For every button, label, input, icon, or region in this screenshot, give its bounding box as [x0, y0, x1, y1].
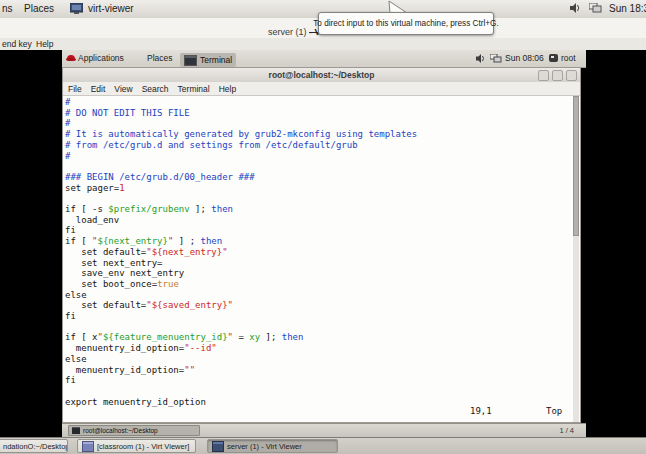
code-line: set default="${saved_entry}"	[65, 300, 417, 311]
code-line: # It is automatically generated by grub2…	[65, 129, 417, 140]
terminal-title: root@localhost:~/Desktop	[269, 70, 375, 80]
code-line: ### BEGIN /etc/grub.d/00_header ###	[65, 172, 417, 183]
close-button[interactable]	[566, 70, 577, 81]
menu-help[interactable]: Help	[36, 39, 53, 49]
code-line: # from /etc/grub.d and settings from /et…	[65, 140, 417, 151]
terminal-window-buttons	[538, 70, 577, 81]
terminal-text-area[interactable]: ## DO NOT EDIT THIS FILE## It is automat…	[63, 96, 580, 422]
guest-user-menu[interactable]: root	[561, 53, 576, 63]
menu-help[interactable]: Help	[219, 84, 236, 94]
menu-view[interactable]: View	[114, 84, 132, 94]
taskbar-label: [classroom (1) - Virt Viewer]	[97, 442, 189, 451]
terminal-menubar: File Edit View Search Terminal Help	[63, 82, 580, 96]
code-line: else	[65, 290, 417, 301]
host-taskbar: ndationO:~/Desktop [classroom (1) - Virt…	[0, 437, 646, 454]
code-line	[65, 322, 417, 333]
vim-position: Top	[546, 406, 562, 416]
code-line: set default="${next_entry}"	[65, 247, 417, 258]
vim-ruler: 19,1	[470, 406, 492, 416]
host-menu-places[interactable]: Places	[24, 3, 54, 14]
terminal-icon	[184, 55, 197, 66]
screen: ns Places virt-viewer Sun 18:35 server (…	[0, 0, 646, 454]
code-line	[65, 386, 417, 397]
speaker-icon[interactable]	[570, 3, 581, 13]
code-line: if [ -s $prefix/grubenv ]; then	[65, 204, 417, 215]
window-title-text: server (1)	[268, 27, 309, 37]
menu-search[interactable]: Search	[142, 84, 169, 94]
code-line: menuentry_id_option=""	[65, 365, 417, 376]
tooltip-text: To direct input to this virtual machine,…	[313, 19, 498, 28]
menu-terminal[interactable]: Terminal	[178, 84, 210, 94]
guest-screen: Applications Places Terminal Sun 08:06 r…	[62, 50, 586, 437]
taskbar-button-desktop[interactable]: ndationO:~/Desktop	[0, 439, 68, 453]
code-line: # DO NOT EDIT THIS FILE	[65, 108, 417, 119]
code-line: menuentry_id_option="--id"	[65, 343, 417, 354]
taskbar-button-server[interactable]: server (1) - Virt Viewer	[207, 439, 338, 453]
displays-icon[interactable]	[589, 3, 602, 13]
virt-viewer-icon	[82, 441, 94, 452]
code-line	[65, 193, 417, 204]
terminal-window: root@localhost:~/Desktop File Edit View …	[62, 67, 581, 423]
virt-viewer-icon	[70, 3, 83, 14]
guest-displays-icon[interactable]	[490, 54, 502, 63]
code-line: #	[65, 97, 417, 108]
guest-clock[interactable]: Sun 08:06	[505, 53, 544, 63]
guest-task-label: Terminal	[200, 55, 232, 65]
code-line: set next_entry=	[65, 258, 417, 269]
guest-speaker-icon[interactable]	[476, 54, 486, 63]
terminal-text: ## DO NOT EDIT THIS FILE## It is automat…	[65, 97, 417, 407]
minimize-button[interactable]	[538, 70, 549, 81]
guest-window-list-terminal[interactable]: Terminal	[180, 53, 236, 67]
maximize-button[interactable]	[552, 70, 563, 81]
menu-edit[interactable]: Edit	[91, 84, 106, 94]
virt-viewer-icon	[212, 441, 224, 452]
code-line: fi	[65, 225, 417, 236]
user-icon	[549, 54, 558, 63]
scrollbar-thumb[interactable]	[573, 96, 579, 236]
terminal-icon	[72, 427, 80, 434]
host-menu-applications[interactable]: ns	[2, 3, 13, 14]
code-line: load_env	[65, 215, 417, 226]
code-line: if [ "${next_entry}" ] ; then	[65, 236, 417, 247]
guest-taskbar: root@localhost:~/Desktop 1 / 4	[62, 423, 586, 437]
menu-file[interactable]: File	[68, 84, 82, 94]
guest-taskbar-terminal-button[interactable]: root@localhost:~/Desktop	[68, 425, 200, 436]
code-line: if [ x"${feature_menuentry_id}" = xy ]; …	[65, 332, 417, 343]
terminal-scrollbar[interactable]	[573, 96, 579, 422]
taskbar-label: ndationO:~/Desktop	[3, 442, 68, 451]
guest-menu-applications[interactable]: Applications	[78, 53, 124, 63]
workspace-indicator[interactable]: 1 / 4	[559, 426, 574, 435]
guest-menu-places[interactable]: Places	[147, 53, 173, 63]
ctrl-g-tooltip: To direct input to this virtual machine,…	[318, 12, 494, 35]
terminal-titlebar[interactable]: root@localhost:~/Desktop	[63, 68, 580, 83]
host-clock[interactable]: Sun 18:35	[609, 3, 646, 14]
vim-status-line: 19,1 Top	[63, 406, 580, 417]
code-line: set pager=1	[65, 183, 417, 194]
code-line: save_env next_entry	[65, 268, 417, 279]
redhat-icon	[66, 54, 76, 63]
code-line: set boot_once=true	[65, 279, 417, 290]
taskbar-label: server (1) - Virt Viewer	[227, 442, 302, 451]
code-line: fi	[65, 375, 417, 386]
menu-send-key[interactable]: end key	[2, 39, 32, 49]
guest-taskbar-label: root@localhost:~/Desktop	[83, 427, 158, 434]
code-line: else	[65, 354, 417, 365]
taskbar-button-classroom[interactable]: [classroom (1) - Virt Viewer]	[77, 439, 196, 453]
code-line: fi	[65, 311, 417, 322]
guest-top-panel: Applications Places Terminal Sun 08:06 r…	[62, 50, 586, 68]
code-line: #	[65, 151, 417, 162]
host-app-indicator[interactable]: virt-viewer	[88, 3, 134, 14]
code-line: #	[65, 118, 417, 129]
code-line	[65, 161, 417, 172]
